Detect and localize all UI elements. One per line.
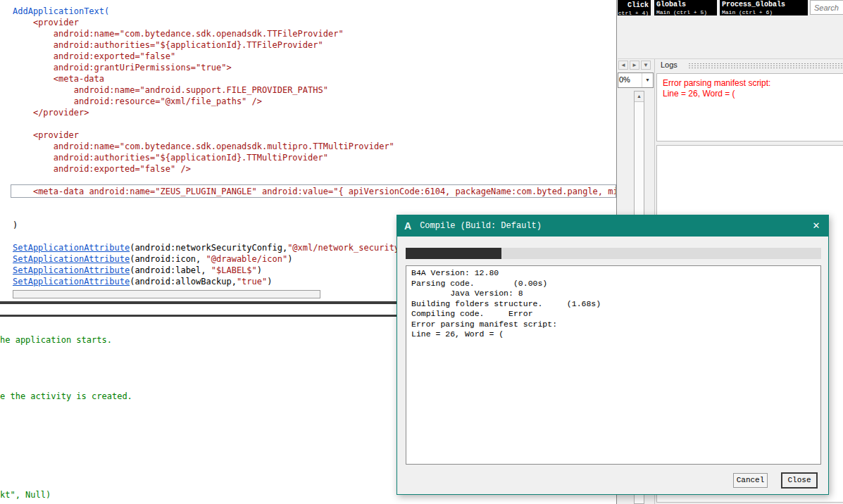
- code-segment: ): [13, 220, 18, 230]
- code-segment: [13, 51, 54, 61]
- code-line: [13, 175, 616, 186]
- tab-shortcut: Main (ctrl + 6): [722, 10, 806, 15]
- code-line: [13, 118, 616, 130]
- code-segment: SetApplicationAttribute: [13, 277, 130, 286]
- code-line: he application starts.: [0, 334, 112, 346]
- dialog-title-bar[interactable]: A Compile (Build: Default) ✕: [397, 215, 828, 237]
- code-line: android:name="com.bytedance.sdk.openadsd…: [13, 141, 616, 152]
- code-line: android:grantUriPermissions="true">: [13, 62, 616, 73]
- logs-title: Logs: [661, 61, 677, 69]
- code-segment: e the activity is created.: [0, 391, 132, 401]
- search-input[interactable]: [810, 0, 843, 15]
- code-segment: [13, 153, 54, 163]
- code-segment: [13, 130, 33, 140]
- close-button[interactable]: Close: [781, 472, 818, 489]
- code-line: AddApplicationText(: [13, 6, 616, 17]
- quick-jump-tab-globals[interactable]: Globals Main (ctrl + 5): [654, 0, 717, 15]
- chevron-down-icon[interactable]: ▼: [642, 73, 653, 87]
- scroll-up-icon[interactable]: ▲: [635, 92, 644, 102]
- code-segment: [13, 164, 54, 174]
- zoom-select[interactable]: 0% ▼: [618, 73, 654, 88]
- code-segment: android:name="android.support.FILE_PROVI…: [74, 85, 328, 95]
- compile-output: B4A Version: 12.80Parsing code. (0.00s) …: [406, 265, 821, 465]
- code-line: e the activity is created.: [0, 391, 132, 402]
- code-segment: [13, 141, 54, 151]
- cancel-button[interactable]: Cancel: [733, 473, 768, 488]
- tab-shortcut: (ctrl + 4): [618, 11, 649, 15]
- code-line: <provider: [13, 130, 616, 141]
- code-segment: <meta-data: [54, 74, 104, 84]
- dialog-title: Compile (Build: Default): [420, 221, 542, 231]
- logs-lines: Error parsing manifest script:Line = 26,…: [663, 78, 839, 99]
- progress-fill: [406, 248, 501, 259]
- code-segment: android:authorities="${applicationId}.TT…: [54, 40, 323, 50]
- horizontal-scrollbar[interactable]: [13, 290, 320, 298]
- code-segment: <provider: [33, 130, 79, 140]
- code-segment: (android:icon,: [130, 254, 206, 264]
- progress-bar: [406, 248, 821, 259]
- code-segment: "true": [237, 277, 267, 286]
- code-line: </provider>: [13, 107, 616, 118]
- code-segment: android:resource="@xml/file_paths" />: [74, 96, 262, 106]
- code-segment: [13, 108, 33, 118]
- b4a-logo-icon: A: [404, 220, 411, 232]
- code-segment: kt", Null): [0, 490, 51, 500]
- code-segment: SetApplicationAttribute: [13, 243, 130, 253]
- code-segment: [13, 85, 74, 95]
- code-line: <provider: [13, 17, 616, 28]
- code-segment: [13, 18, 33, 27]
- code-line: kt", Null): [0, 489, 51, 500]
- zoom-value: 0%: [618, 73, 642, 87]
- code-segment: [13, 96, 74, 106]
- code-segment: <meta-data android:name="ZEUS_PLUGIN_PAN…: [33, 187, 616, 196]
- code-segment: [13, 40, 54, 50]
- code-segment: [13, 74, 54, 84]
- code-line: <meta-data: [13, 73, 616, 84]
- code-segment: "@xml/network_security_c: [287, 243, 409, 253]
- forward-icon[interactable]: ►: [630, 61, 639, 70]
- code-segment: AddApplicationText(: [13, 6, 109, 16]
- code-segment: ): [267, 277, 272, 286]
- code-segment: (android:networkSecurityConfig,: [130, 243, 287, 253]
- code-line: [13, 197, 616, 208]
- code-segment: [13, 187, 33, 196]
- quick-jump-tab-process-globals[interactable]: Process_Globals Main (ctrl + 6): [720, 0, 808, 15]
- search-box: [810, 0, 843, 15]
- compile-output-line: Building folders structure. (1.68s): [411, 299, 816, 310]
- code-segment: android:exported="false" />: [54, 164, 191, 174]
- compile-output-line: Java Version: 8: [411, 289, 816, 299]
- tab-label: Process_Globals: [722, 1, 806, 8]
- code-segment: android:name="com.bytedance.sdk.openadsd…: [54, 141, 394, 151]
- close-icon[interactable]: ✕: [804, 215, 828, 237]
- compile-output-line: Line = 26, Word = (: [411, 329, 816, 340]
- back-icon[interactable]: ◄: [618, 61, 628, 70]
- code-segment: <provider: [33, 18, 79, 27]
- code-segment: ): [287, 254, 292, 264]
- code-segment: </provider>: [33, 108, 89, 118]
- code-line: android:exported="false": [13, 51, 616, 62]
- tab-label: Click: [627, 2, 649, 9]
- log-error-line: Line = 26, Word = (: [663, 89, 839, 99]
- code-line: android:name="com.bytedance.sdk.openadsd…: [13, 28, 616, 39]
- code-segment: android:name="com.bytedance.sdk.openadsd…: [54, 29, 344, 39]
- dotted-divider: [688, 63, 843, 68]
- code-segment: he application starts.: [0, 335, 112, 345]
- code-segment: android:grantUriPermissions="true">: [54, 63, 232, 73]
- code-line: android:exported="false" />: [13, 163, 616, 175]
- code-segment: android:exported="false": [54, 51, 175, 61]
- code-segment: [13, 29, 54, 39]
- code-segment: [13, 63, 54, 73]
- compile-output-line: Parsing code. (0.00s): [411, 279, 816, 289]
- code-segment: "@drawable/icon": [206, 254, 288, 264]
- logs-error-box: Error parsing manifest script:Line = 26,…: [656, 73, 843, 141]
- divider: [618, 58, 843, 59]
- code-line: android:authorities="${applicationId}.TT…: [13, 152, 616, 163]
- code-line: android:authorities="${applicationId}.TT…: [13, 39, 616, 51]
- code-segment: android:authorities="${applicationId}.TT…: [54, 153, 328, 163]
- code-segment: (android:allowBackup,: [130, 277, 237, 286]
- log-error-line: Error parsing manifest script:: [663, 78, 839, 89]
- compile-output-line: B4A Version: 12.80: [411, 268, 816, 279]
- compile-output-line: Compiling code. Error: [411, 309, 816, 320]
- quick-jump-tab-click[interactable]: Click (ctrl + 4): [618, 0, 651, 15]
- dropdown-icon[interactable]: ▼: [641, 61, 651, 70]
